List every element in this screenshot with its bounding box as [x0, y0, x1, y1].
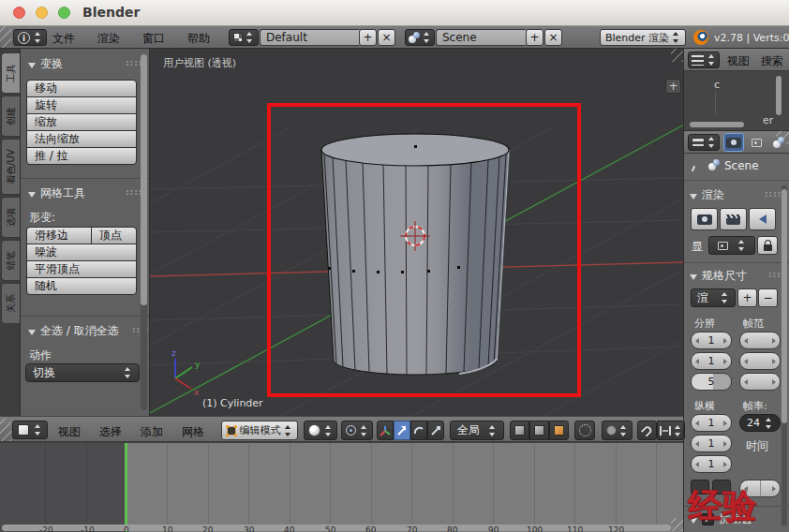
view3d-editor-selector[interactable]: [12, 421, 48, 439]
tab-grease-pencil[interactable]: 蜡笔: [1, 240, 20, 281]
tab-options[interactable]: 选项: [1, 197, 20, 238]
editor-type-selector[interactable]: i: [13, 29, 47, 46]
outliner-menu-search[interactable]: 搜索: [761, 53, 783, 69]
vertex-select-mode-button[interactable]: [510, 421, 529, 440]
edge-select-mode-button[interactable]: [529, 421, 549, 440]
corner-grip[interactable]: [671, 518, 684, 531]
move-button[interactable]: 移动: [26, 80, 137, 97]
menu-help[interactable]: 帮助: [187, 31, 210, 47]
display-mode-select[interactable]: [708, 236, 755, 255]
add-scene-button[interactable]: +: [526, 29, 543, 46]
menu-window[interactable]: 窗口: [142, 31, 165, 47]
rotate-button[interactable]: 旋转: [26, 96, 137, 114]
screen-layout-icon-button[interactable]: [229, 29, 259, 46]
aspect-y-field[interactable]: 1: [691, 435, 732, 452]
lock-interface-button[interactable]: [757, 236, 778, 255]
outliner-menu-view[interactable]: 视图: [727, 53, 750, 69]
tab-tools[interactable]: 工具: [1, 52, 20, 94]
tab-shading-uv[interactable]: 着色/UV: [1, 139, 20, 195]
tab-render-layers[interactable]: [746, 133, 767, 152]
panel-drag-handle[interactable]: ::::: [765, 189, 782, 199]
render-engine-select[interactable]: Blender 渲染: [600, 29, 686, 46]
scale-button[interactable]: 缩放: [26, 113, 137, 131]
close-scene-button[interactable]: ×: [544, 29, 562, 46]
tab-create[interactable]: 创建: [1, 96, 20, 137]
remove-preset-button[interactable]: −: [758, 288, 778, 307]
scene-icon-button[interactable]: [405, 29, 435, 46]
corner-grip[interactable]: [0, 419, 11, 441]
close-layout-button[interactable]: ×: [378, 29, 395, 46]
render-panel-header[interactable]: 渲染: [690, 187, 724, 203]
view3d-menu-add[interactable]: 添加: [141, 424, 163, 440]
render-still-button[interactable]: [691, 208, 718, 230]
maximize-window-button[interactable]: [58, 7, 70, 19]
frame-start-field[interactable]: [739, 332, 781, 349]
manipulator-toggle[interactable]: [377, 421, 394, 440]
tab-relations[interactable]: 关系: [1, 283, 20, 324]
rotate-manipulator-button[interactable]: [410, 421, 427, 440]
add-layout-button[interactable]: +: [359, 29, 377, 46]
add-preset-button[interactable]: +: [737, 288, 757, 307]
shrink-fatten-button[interactable]: 法向缩放: [26, 130, 137, 148]
fps-field[interactable]: 24: [739, 414, 781, 432]
translate-manipulator-button[interactable]: [394, 421, 410, 440]
snap-target-select[interactable]: [657, 421, 685, 440]
screen-layout-name[interactable]: Default: [260, 29, 359, 46]
outliner-hscroll[interactable]: [690, 122, 744, 127]
aspect-x-field[interactable]: 1: [691, 414, 732, 432]
limit-to-visible-button[interactable]: [574, 421, 595, 440]
viewport-3d[interactable]: z y x 用户视图 (透视) (1) Cylinder +: [150, 49, 684, 416]
view3d-menu-view[interactable]: 视图: [58, 424, 81, 440]
render-preset-select[interactable]: 渲: [691, 288, 736, 307]
tab-render-properties[interactable]: [723, 133, 744, 152]
corner-grip[interactable]: [776, 131, 789, 144]
view3d-menu-mesh[interactable]: 网格: [182, 424, 204, 440]
extra-field[interactable]: 1: [691, 455, 732, 473]
edge-slide-button[interactable]: 滑移边: [26, 227, 92, 244]
timeline[interactable]: -20 -10 0 10 20 30 40 50 60 70 80 90 100…: [0, 442, 684, 532]
scene-name[interactable]: Scene: [436, 29, 526, 46]
vertex-slide-button[interactable]: 顶点: [91, 227, 137, 244]
corner-grip[interactable]: [0, 26, 11, 48]
select-all-panel-header[interactable]: 全选 / 取消全选: [28, 323, 119, 339]
snap-toggle-button[interactable]: [637, 421, 657, 440]
toolshelf-scrollbar[interactable]: [141, 54, 147, 410]
properties-editor-selector[interactable]: [688, 134, 720, 151]
breadcrumb[interactable]: Scene: [724, 159, 759, 172]
mesh-tools-panel-header[interactable]: 网格工具: [28, 185, 85, 201]
render-audio-button[interactable]: [749, 208, 776, 230]
playhead[interactable]: [125, 443, 127, 532]
properties-scrollbar[interactable]: [782, 185, 787, 526]
pivot-point-select[interactable]: [341, 421, 373, 440]
push-pull-button[interactable]: 推 / 拉: [26, 147, 137, 165]
view3d-menu-select[interactable]: 选择: [99, 424, 122, 440]
corner-grip[interactable]: [671, 49, 684, 62]
action-select[interactable]: 切换: [25, 363, 140, 382]
viewport-shading-select[interactable]: [304, 421, 337, 440]
outliner-tree[interactable]: c er: [684, 71, 789, 131]
outliner-vscroll[interactable]: [776, 76, 782, 115]
resolution-x-field[interactable]: 1: [691, 332, 732, 349]
outliner-editor-selector[interactable]: [688, 52, 720, 68]
resolution-percentage-slider[interactable]: 5: [691, 373, 732, 391]
expand-region-button[interactable]: +: [665, 79, 681, 94]
frame-step-field[interactable]: [739, 373, 781, 391]
smooth-vertex-button[interactable]: 平滑顶点: [26, 260, 137, 278]
close-window-button[interactable]: [13, 7, 25, 19]
dimensions-panel-header[interactable]: 规格尺寸: [690, 268, 747, 284]
frame-end-field[interactable]: [739, 352, 781, 370]
scale-manipulator-button[interactable]: [427, 421, 444, 440]
menu-render[interactable]: 渲染: [97, 31, 120, 47]
proportional-edit-select[interactable]: [602, 421, 633, 440]
menu-file[interactable]: 文件: [52, 31, 75, 47]
render-animation-button[interactable]: [720, 208, 747, 230]
resolution-y-field[interactable]: 1: [691, 352, 732, 370]
randomize-button[interactable]: 随机: [26, 277, 137, 295]
mode-select[interactable]: 编辑模式: [221, 421, 298, 440]
outliner-item[interactable]: c: [714, 79, 720, 91]
scrollbar-thumb[interactable]: [141, 54, 147, 305]
scrollbar-thumb[interactable]: [782, 189, 787, 423]
minimize-window-button[interactable]: [36, 7, 48, 19]
noise-button[interactable]: 噪波: [26, 244, 137, 261]
face-select-mode-button[interactable]: [549, 421, 569, 440]
